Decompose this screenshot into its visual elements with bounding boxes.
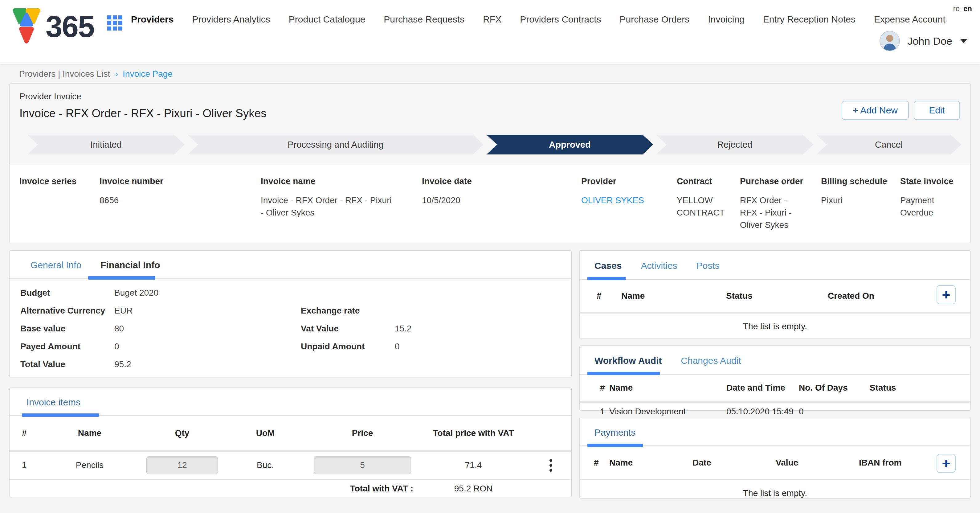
field-row-currency-exchange: Alternative Currency EUR Exchange rate — [20, 302, 561, 320]
payments-tabs: Payments — [580, 426, 970, 439]
tab-underline — [580, 373, 970, 374]
lang-ro[interactable]: ro — [953, 4, 960, 13]
header-actions: + Add New Edit — [842, 101, 960, 120]
field-invoice-number: Invoice number 8656 — [100, 176, 261, 243]
nav-item-providers[interactable]: Providers — [131, 14, 173, 25]
financial-info-card: General Info Financial Info Budget Buget… — [9, 250, 572, 378]
field-invoice-name: Invoice name Invoice - RFX Order - RFX -… — [261, 176, 422, 243]
field-row-budget: Budget Buget 2020 — [20, 284, 561, 302]
invoice-items-footer: Total with VAT : 95.2 RON — [10, 480, 571, 497]
right-column: Cases Activities Posts + # Name Status C… — [579, 250, 971, 505]
user-name: John Doe — [907, 35, 952, 47]
workflow-step-cancel[interactable]: Cancel — [816, 135, 961, 155]
row-actions-kebab-icon[interactable] — [547, 457, 554, 473]
invoice-header-top: Provider Invoice Invoice - RFX Order - R… — [10, 84, 970, 130]
invoice-items-tabs: Invoice items — [10, 396, 571, 409]
top-navigation-bar: 365 Providers Providers Analytics Produc… — [0, 0, 980, 64]
user-menu[interactable]: John Doe — [880, 31, 967, 51]
nav-item-rfx[interactable]: RFX — [483, 14, 501, 25]
total-with-vat-value: 95.2 RON — [416, 484, 530, 494]
add-new-button[interactable]: + Add New — [842, 101, 909, 120]
brand-365-text[interactable]: 365 — [46, 7, 94, 46]
audit-header: # Name Date and Time No. Of Days Status — [580, 374, 970, 401]
nav-item-product-catalogue[interactable]: Product Catalogue — [289, 14, 366, 25]
cases-card: Cases Activities Posts + # Name Status C… — [579, 250, 971, 339]
payments-empty-text: The list is empty. — [580, 480, 970, 498]
edit-button[interactable]: Edit — [914, 101, 960, 120]
tab-changes-audit[interactable]: Changes Audit — [681, 354, 741, 367]
field-invoice-series: Invoice series — [19, 176, 100, 243]
logo-365-icon[interactable] — [12, 7, 41, 53]
main-nav: Providers Providers Analytics Product Ca… — [131, 14, 945, 25]
workflow-step-rejected[interactable]: Rejected — [656, 135, 813, 155]
workflow-stepper: Initiated Processing and Auditing Approv… — [10, 135, 970, 155]
field-invoice-date: Invoice date 10/5/2020 — [422, 176, 581, 243]
tab-underline — [580, 444, 970, 446]
field-row-payed-unpaid: Payed Amount 0 Unpaid Amount 0 — [20, 338, 561, 355]
workflow-step-initiated[interactable]: Initiated — [27, 135, 185, 155]
info-tabs: General Info Financial Info — [10, 259, 571, 272]
breadcrumb-separator: › — [115, 69, 118, 79]
tab-underline — [580, 278, 970, 280]
audit-tabs: Workflow Audit Changes Audit — [580, 354, 970, 367]
left-column: General Info Financial Info Budget Buget… — [9, 250, 572, 505]
nav-item-expense-account[interactable]: Expense Account — [874, 14, 945, 25]
language-switcher: ro en — [953, 4, 972, 13]
add-case-button[interactable]: + — [937, 285, 956, 304]
cases-tabs: Cases Activities Posts — [580, 259, 970, 272]
nav-item-providers-contracts[interactable]: Providers Contracts — [520, 14, 601, 25]
nav-item-entry-reception-notes[interactable]: Entry Reception Notes — [763, 14, 856, 25]
price-input[interactable] — [314, 456, 411, 474]
tab-cases[interactable]: Cases — [595, 259, 622, 272]
tab-underline — [10, 414, 571, 416]
cases-header: # Name Status Created On — [580, 280, 970, 312]
field-state-invoice: State invoice Payment Overdue — [900, 176, 960, 243]
tab-payments[interactable]: Payments — [595, 426, 635, 439]
qty-input[interactable] — [146, 456, 218, 474]
tab-workflow-audit[interactable]: Workflow Audit — [595, 354, 662, 367]
field-contract: Contract YELLOW CONTRACT — [677, 176, 740, 243]
field-row-total-value: Total Value 95.2 — [20, 355, 561, 373]
financial-fields: Budget Buget 2020 Alternative Currency E… — [10, 279, 571, 373]
apps-grid-icon[interactable] — [107, 16, 123, 31]
tab-posts[interactable]: Posts — [697, 259, 719, 272]
tab-activities[interactable]: Activities — [641, 259, 677, 272]
workflow-step-processing-and-auditing[interactable]: Processing and Auditing — [188, 135, 484, 155]
invoice-items-card: Invoice items # Name Qty UoM Price Total… — [9, 387, 572, 497]
total-with-vat-label: Total with VAT : — [309, 484, 416, 494]
nav-item-purchase-requests[interactable]: Purchase Requests — [384, 14, 465, 25]
tab-underline — [10, 277, 571, 279]
workflow-step-approved[interactable]: Approved — [487, 135, 653, 155]
nav-item-purchase-orders[interactable]: Purchase Orders — [620, 14, 690, 25]
breadcrumb-current[interactable]: Invoice Page — [123, 69, 173, 79]
invoice-item-row: 1 Pencils Buc. 71.4 — [10, 452, 571, 479]
brand: 365 — [12, 7, 123, 53]
lang-en[interactable]: en — [963, 4, 972, 13]
field-provider: Provider OLIVER SYKES — [581, 176, 677, 243]
nav-item-invoicing[interactable]: Invoicing — [708, 14, 744, 25]
breadcrumb-path[interactable]: Providers | Invoices List — [19, 69, 110, 79]
main-content: General Info Financial Info Budget Buget… — [9, 250, 971, 505]
chevron-down-icon — [960, 39, 967, 43]
add-payment-button[interactable]: + — [937, 454, 956, 473]
tab-general-info[interactable]: General Info — [30, 259, 81, 272]
invoice-summary-fields: Invoice series Invoice number 8656 Invoi… — [10, 164, 970, 243]
field-billing-schedule: Billing schedule Pixuri — [821, 176, 900, 243]
cases-empty-text: The list is empty. — [580, 314, 970, 331]
avatar — [880, 31, 900, 51]
invoice-items-header: # Name Qty UoM Price Total price with VA… — [10, 416, 571, 450]
provider-link[interactable]: OLIVER SYKES — [581, 194, 671, 207]
field-row-base-vat: Base value 80 Vat Value 15.2 — [20, 320, 561, 338]
field-purchase-order: Purchase order RFX Order - RFX - Pixuri … — [740, 176, 821, 243]
page-title: Invoice - RFX Order - RFX - Pixuri - Oli… — [19, 107, 960, 120]
payments-card: Payments + # Name Date Value IBAN from T… — [579, 417, 971, 499]
record-type-label: Provider Invoice — [19, 92, 960, 102]
nav-item-providers-analytics[interactable]: Providers Analytics — [192, 14, 270, 25]
workflow-audit-card: Workflow Audit Changes Audit # Name Date… — [579, 345, 971, 411]
invoice-header-card: Provider Invoice Invoice - RFX Order - R… — [9, 83, 971, 243]
breadcrumb: Providers | Invoices List › Invoice Page — [0, 64, 980, 83]
payments-header: # Name Date Value IBAN from — [580, 446, 970, 479]
tab-invoice-items[interactable]: Invoice items — [27, 396, 80, 409]
tab-financial-info[interactable]: Financial Info — [100, 259, 160, 272]
